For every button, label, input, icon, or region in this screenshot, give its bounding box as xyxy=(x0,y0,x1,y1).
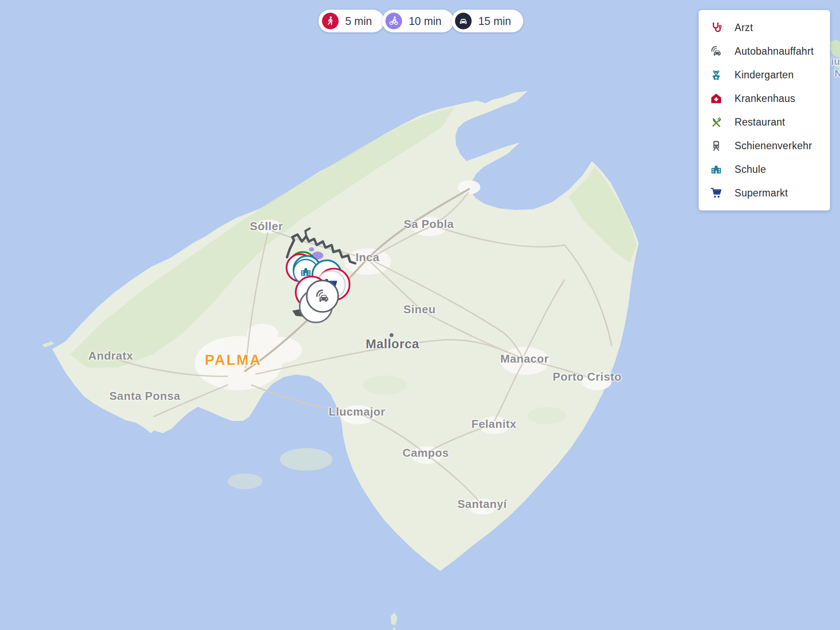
map-label-santa-ponsa: Santa Ponsa xyxy=(109,389,181,403)
map-label-fragment: iu xyxy=(831,56,840,67)
shopping-cart-icon xyxy=(710,186,723,200)
legend-label: Kindergarten xyxy=(735,69,794,81)
forest-patch xyxy=(528,407,566,424)
cabrera-islet-dot xyxy=(393,628,396,630)
cyclist-icon xyxy=(385,13,402,29)
fork-knife-icon xyxy=(710,116,723,129)
legend-label: Supermarkt xyxy=(735,187,788,199)
map-label-santanyi: Santanyí xyxy=(457,497,507,511)
legend-label: Schienenverkehr xyxy=(735,140,812,152)
legend-label: Krankenhaus xyxy=(735,93,795,105)
map-canvas[interactable]: Sóller Sa Pobla Inca Sineu Mallorca PALM… xyxy=(0,0,840,630)
legend-item-schienenverkehr[interactable]: Schienenverkehr xyxy=(699,134,830,158)
pedestrian-icon xyxy=(322,13,339,29)
legend-item-krankenhaus[interactable]: Krankenhaus xyxy=(699,87,830,110)
travel-time-chip-bike[interactable]: 10 min xyxy=(382,10,454,32)
travel-time-chip-bar: 5 min 10 min 15 min xyxy=(318,10,523,32)
map-label-fragment: N xyxy=(835,68,840,79)
forest-patch xyxy=(280,448,332,471)
school-building-icon xyxy=(710,163,723,176)
map-label-mallorca: Mallorca xyxy=(366,337,419,351)
cycling-zone-fragment xyxy=(309,247,314,252)
legend-item-restaurant[interactable]: Restaurant xyxy=(699,110,830,134)
map-label-soller: Sóller xyxy=(250,220,283,233)
legend-label: Restaurant xyxy=(735,116,785,128)
legend-item-autobahnauffahrt[interactable]: Autobahnauffahrt xyxy=(699,39,830,63)
map-label-manacor: Manacor xyxy=(500,352,549,366)
bike-time-label: 10 min xyxy=(409,15,441,28)
legend-item-supermarkt[interactable]: Supermarkt xyxy=(699,181,830,205)
legend-item-kindergarten[interactable]: Kindergarten xyxy=(699,63,830,87)
travel-time-chip-walk[interactable]: 5 min xyxy=(318,10,384,32)
legend-label: Schule xyxy=(735,164,766,175)
map-label-campos: Campos xyxy=(402,446,449,460)
map-label-sineu: Sineu xyxy=(403,303,436,316)
teddy-bear-icon xyxy=(710,68,723,81)
travel-time-chip-car[interactable]: 15 min xyxy=(452,10,523,32)
legend-item-arzt[interactable]: Arzt xyxy=(699,16,830,39)
marker-autobahnauffahrt[interactable] xyxy=(307,280,338,312)
map-label-palma: PALMA xyxy=(205,352,262,368)
walk-time-label: 5 min xyxy=(345,15,372,28)
forest-patch xyxy=(228,473,262,489)
map-label-sa-pobla: Sa Pobla xyxy=(404,217,454,231)
car-icon xyxy=(455,13,472,29)
motorway-ramp-car-icon xyxy=(710,45,723,58)
map-label-llucmajor: Llucmajor xyxy=(329,405,385,419)
map-label-felanitx: Felanitx xyxy=(471,417,516,431)
map-label-porto-cristo: Porto Cristo xyxy=(553,370,621,384)
car-time-label: 15 min xyxy=(478,15,511,28)
hospital-house-icon xyxy=(710,92,723,105)
poi-legend: Arzt Autobahnauffahrt Kindergarten Krank… xyxy=(699,10,830,210)
legend-label: Arzt xyxy=(735,22,753,34)
legend-label: Autobahnauffahrt xyxy=(735,46,814,57)
map-label-inca: Inca xyxy=(356,251,379,264)
train-icon xyxy=(710,139,723,152)
stethoscope-icon xyxy=(710,21,723,34)
legend-item-schule[interactable]: Schule xyxy=(699,158,830,181)
map-label-andratx: Andratx xyxy=(88,349,133,363)
forest-patch xyxy=(363,375,407,395)
